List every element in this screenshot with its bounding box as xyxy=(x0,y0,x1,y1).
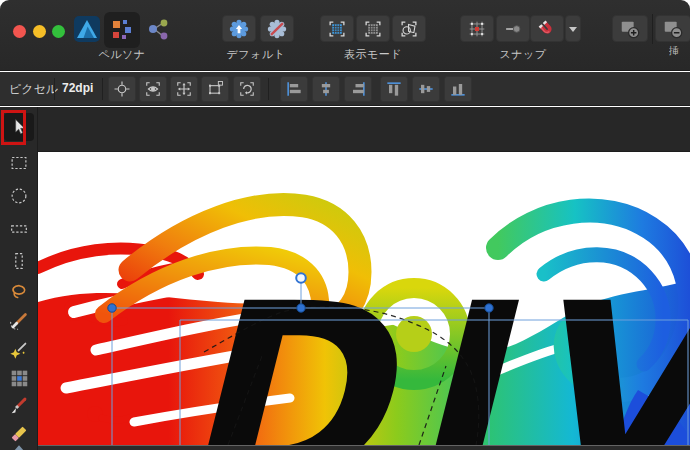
minimize-window-button[interactable] xyxy=(33,25,46,38)
insert-subtract-button[interactable] xyxy=(655,15,690,42)
view-pixels-button[interactable] xyxy=(320,15,354,42)
selection-handle[interactable] xyxy=(485,304,493,312)
snap-candidates-button[interactable] xyxy=(496,15,530,42)
align-middle-vertical-button[interactable] xyxy=(412,76,440,102)
export-persona-button[interactable] xyxy=(146,17,170,41)
defaults-sync-button[interactable] xyxy=(222,15,256,42)
snap-group-label: スナップ xyxy=(478,47,568,62)
align-left-button[interactable] xyxy=(280,76,308,102)
workspace: DIV xyxy=(0,107,690,450)
selection-brush-tool-button[interactable] xyxy=(0,307,38,335)
insert-group-partial-label: 挿 xyxy=(669,44,690,58)
chevron-down-icon xyxy=(569,27,577,32)
defaults-revert-button[interactable] xyxy=(260,15,294,42)
context-divider xyxy=(268,78,269,100)
document-tab-band xyxy=(38,107,690,152)
toolbar-divider xyxy=(652,14,653,44)
canvas-bottom-strip xyxy=(38,445,690,450)
cursor-arrow-icon xyxy=(16,120,25,134)
align-right-button[interactable] xyxy=(344,76,372,102)
maximize-window-button[interactable] xyxy=(52,25,65,38)
main-toolbar: ペルソナ デフォルト 表示モード xyxy=(0,0,690,71)
column-marquee-tool-button[interactable] xyxy=(0,247,38,275)
align-top-button[interactable] xyxy=(380,76,408,102)
elliptical-marquee-tool-button[interactable] xyxy=(0,182,38,210)
pixel-tool-button[interactable] xyxy=(0,364,38,392)
transform-objects-separately-button[interactable] xyxy=(201,76,229,102)
context-toolbar: ピクセル 72dpi xyxy=(0,72,690,106)
context-divider xyxy=(54,78,55,100)
align-center-horizontal-button[interactable] xyxy=(312,76,340,102)
view-outline-button[interactable] xyxy=(392,15,426,42)
flood-select-tool-button[interactable] xyxy=(0,336,38,364)
move-with-handles-button[interactable] xyxy=(170,76,198,102)
snap-magnet-button[interactable] xyxy=(530,15,564,42)
view-mode-group-label: 表示モード xyxy=(328,47,418,62)
pixel-persona-button[interactable] xyxy=(104,12,140,48)
view-pixels-retina-button[interactable] xyxy=(356,15,390,42)
transform-origin-button[interactable] xyxy=(108,76,136,102)
tools-sidebar xyxy=(0,107,38,450)
edit-selection-bounds-button[interactable] xyxy=(139,76,167,102)
app-window: ペルソナ デフォルト 表示モード xyxy=(0,0,690,450)
selection-overlay xyxy=(38,152,690,445)
enable-rotation-button[interactable] xyxy=(233,76,261,102)
snap-options-dropdown-button[interactable] xyxy=(565,15,581,42)
canvas[interactable]: DIV xyxy=(38,152,690,445)
units-label: ピクセル xyxy=(9,81,58,98)
close-window-button[interactable] xyxy=(13,25,26,38)
align-bottom-button[interactable] xyxy=(444,76,472,102)
dpi-label: 72dpi xyxy=(62,81,93,95)
context-divider xyxy=(102,78,103,100)
lasso-icon xyxy=(13,286,25,298)
move-tool-button[interactable] xyxy=(4,113,34,141)
rectangular-marquee-tool-button[interactable] xyxy=(0,149,38,177)
affinity-designer-logo-icon xyxy=(74,16,100,42)
freehand-selection-tool-button[interactable] xyxy=(0,278,38,306)
row-marquee-tool-button[interactable] xyxy=(0,215,38,243)
partial-tool-button[interactable] xyxy=(0,443,38,450)
insert-add-button[interactable] xyxy=(612,15,648,42)
defaults-group-label: デフォルト xyxy=(211,47,301,62)
selection-handle[interactable] xyxy=(297,304,305,312)
persona-group-label: ペルソナ xyxy=(84,47,160,62)
selection-handle[interactable] xyxy=(108,304,116,312)
snap-grid-button[interactable] xyxy=(460,15,494,42)
selection-handle-hollow[interactable] xyxy=(296,273,306,283)
paint-brush-tool-button[interactable] xyxy=(0,392,38,420)
